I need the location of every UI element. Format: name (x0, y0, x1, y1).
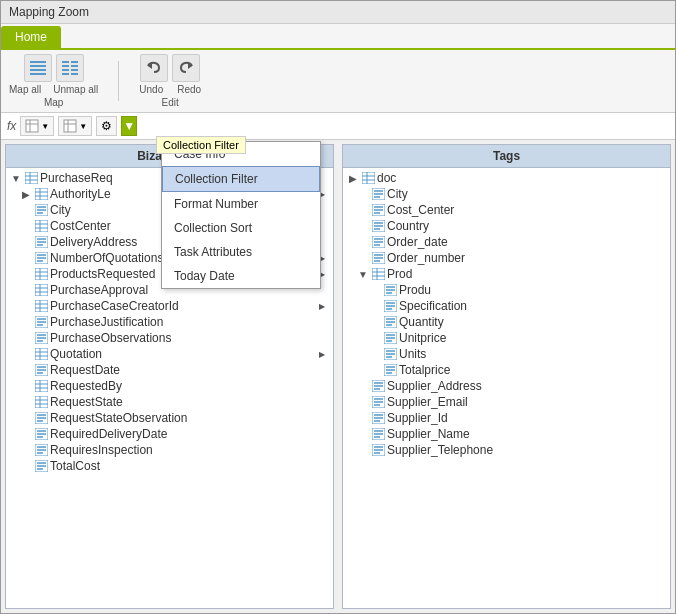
field-icon (34, 427, 48, 441)
expand-icon (20, 301, 32, 312)
list-item[interactable]: City (345, 186, 668, 202)
expand-icon (20, 397, 32, 408)
expand-icon (20, 317, 32, 328)
list-item[interactable]: RequiresInspection (8, 442, 331, 458)
field-icon (34, 203, 48, 217)
list-item[interactable]: Produ (345, 282, 668, 298)
list-item[interactable]: Supplier_Name (345, 426, 668, 442)
tab-home[interactable]: Home (1, 26, 61, 48)
tree-node-label: PurchaseApproval (50, 283, 148, 297)
list-item[interactable]: RequestState (8, 394, 331, 410)
gear-icon: ⚙ (101, 119, 112, 133)
settings-button[interactable]: ⚙ (96, 116, 117, 136)
list-item[interactable]: Units (345, 346, 668, 362)
list-item[interactable]: Unitprice (345, 330, 668, 346)
list-item[interactable]: Supplier_Id (345, 410, 668, 426)
list-item[interactable]: Order_date (345, 234, 668, 250)
field-icon (371, 203, 385, 217)
list-item[interactable]: PurchaseObservations (8, 330, 331, 346)
list-item[interactable]: Supplier_Email (345, 394, 668, 410)
tags-tree[interactable]: ▶ doc City (343, 168, 670, 608)
svg-rect-9 (71, 69, 78, 71)
table-icon (34, 395, 48, 409)
expand-icon (20, 349, 32, 360)
svg-rect-4 (62, 61, 69, 63)
field-icon (34, 459, 48, 473)
dropdown-trigger[interactable]: ▼ (121, 116, 137, 136)
field-icon (34, 443, 48, 457)
menu-item-today-date[interactable]: Today Date (162, 264, 320, 288)
svg-rect-44 (35, 268, 48, 280)
expand-icon (357, 445, 369, 456)
chevron-down-icon-2: ▼ (79, 122, 87, 131)
field-icon (34, 315, 48, 329)
list-item[interactable]: Quotation ▶ (8, 346, 331, 362)
list-item[interactable]: RequestStateObservation (8, 410, 331, 426)
map-all-button[interactable] (24, 54, 52, 82)
list-item[interactable]: RequiredDeliveryDate (8, 426, 331, 442)
map-all-label: Map all (9, 84, 41, 95)
list-item[interactable]: Supplier_Address (345, 378, 668, 394)
expand-icon (357, 253, 369, 264)
expand-icon (357, 397, 369, 408)
tree-node-label: Order_date (387, 235, 448, 249)
redo-label: Redo (177, 84, 201, 95)
expand-icon (20, 333, 32, 344)
table-icon (34, 347, 48, 361)
list-item[interactable]: RequestDate (8, 362, 331, 378)
expand-icon (357, 413, 369, 424)
list-item[interactable]: Quantity (345, 314, 668, 330)
expand-icon (20, 269, 32, 280)
field-icon (371, 219, 385, 233)
field-icon (371, 411, 385, 425)
unmap-all-button[interactable] (56, 54, 84, 82)
list-item[interactable]: Supplier_Telephone (345, 442, 668, 458)
menu-item-format-number[interactable]: Format Number (162, 192, 320, 216)
tree-node-label: Supplier_Email (387, 395, 468, 409)
field-icon (383, 331, 397, 345)
chevron-down-icon: ▼ (41, 122, 49, 131)
list-item[interactable]: PurchaseJustification (8, 314, 331, 330)
expand-icon: ▼ (10, 173, 22, 184)
menu-item-collection-filter[interactable]: Collection Filter (162, 166, 320, 192)
list-item[interactable]: Cost_Center (345, 202, 668, 218)
list-item[interactable]: Specification (345, 298, 668, 314)
expand-icon (20, 445, 32, 456)
field-icon (371, 379, 385, 393)
tree-node-label: City (387, 187, 408, 201)
unmap-all-label: Unmap all (53, 84, 98, 95)
list-item[interactable]: ▼ Prod (345, 266, 668, 282)
list-item[interactable]: Totalprice (345, 362, 668, 378)
svg-rect-72 (35, 380, 48, 392)
list-item[interactable]: ▶ doc (345, 170, 668, 186)
redo-button[interactable] (172, 54, 200, 82)
fx-format-dropdown[interactable]: ▼ (58, 116, 92, 136)
svg-rect-0 (30, 61, 46, 63)
list-item[interactable]: RequestedBy (8, 378, 331, 394)
svg-rect-14 (26, 120, 38, 132)
svg-rect-10 (62, 73, 69, 75)
list-item[interactable]: PurchaseCaseCreatorId ▶ (8, 298, 331, 314)
expand-icon (357, 429, 369, 440)
formula-bar: fx ▼ ▼ ⚙ ▼ Case Info (1, 113, 675, 140)
tree-node-label: RequiredDeliveryDate (50, 427, 167, 441)
map-icons (24, 54, 84, 82)
field-icon (383, 347, 397, 361)
expand-icon (357, 189, 369, 200)
list-item[interactable]: Country (345, 218, 668, 234)
tree-node-label: Produ (399, 283, 431, 297)
list-item[interactable]: Order_number (345, 250, 668, 266)
undo-button[interactable] (140, 54, 168, 82)
expand-icon (20, 285, 32, 296)
fx-cell-dropdown[interactable]: ▼ (20, 116, 54, 136)
tree-node-label: CostCenter (50, 219, 111, 233)
svg-rect-7 (71, 65, 78, 67)
menu-item-task-attributes[interactable]: Task Attributes (162, 240, 320, 264)
tree-node-label: RequestStateObservation (50, 411, 187, 425)
svg-rect-2 (30, 69, 46, 71)
table-icon (34, 267, 48, 281)
field-icon (34, 251, 48, 265)
list-item[interactable]: TotalCost (8, 458, 331, 474)
menu-item-collection-sort[interactable]: Collection Sort (162, 216, 320, 240)
tree-node-label: AuthorityLe (50, 187, 111, 201)
